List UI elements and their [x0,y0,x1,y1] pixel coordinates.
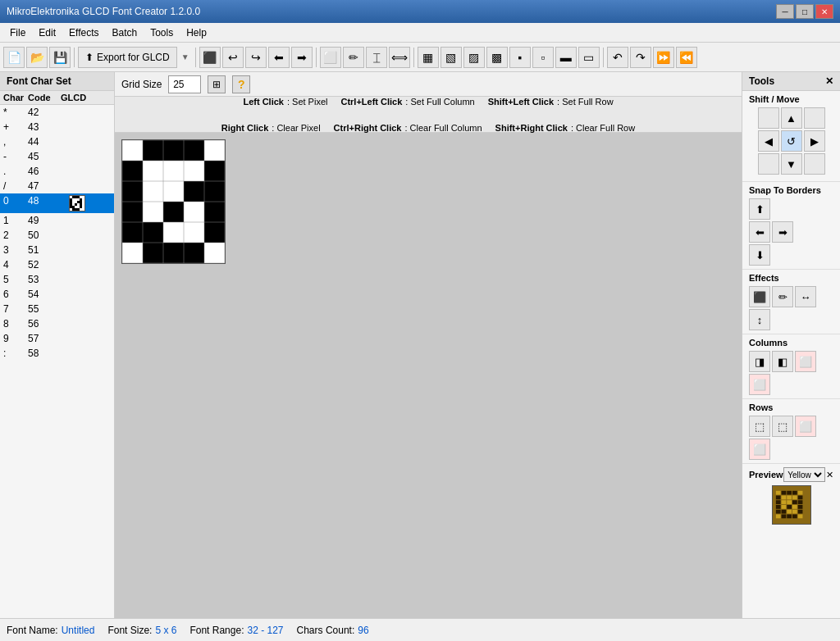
glcd-cell-51 [61,244,94,256]
char-list[interactable]: *42+43,44-45.46/470481492503514525536547… [0,105,114,618]
char-row-43[interactable]: +43 [0,120,114,134]
tb-tool-9[interactable]: ⟺ [389,47,410,68]
pixel-grid-canvas[interactable] [121,139,226,264]
tb-tool-16[interactable]: ▬ [555,47,577,68]
open-button[interactable]: 📂 [26,47,48,68]
shift-up-button[interactable]: ▲ [781,107,802,129]
char-row-50[interactable]: 250 [0,228,114,243]
tb-tool-15[interactable]: ▫ [532,47,554,68]
char-row-44[interactable]: ,44 [0,134,114,149]
char-row-46[interactable]: .46 [0,164,114,179]
glcd-cell-44 [61,136,94,148]
tools-header: Tools ✕ [742,72,840,91]
menu-tools[interactable]: Tools [144,25,180,40]
effect-flip-h-button[interactable]: ↔ [795,286,816,307]
menu-batch[interactable]: Batch [106,25,144,40]
effect-flip-v-button[interactable]: ↕ [749,309,770,330]
menu-help[interactable]: Help [180,25,213,40]
char-row-56[interactable]: 856 [0,316,114,331]
export-arrow[interactable]: ▼ [179,47,192,68]
shift-center-button[interactable]: ↺ [781,130,802,152]
left-click-value: : Set Pixel [287,97,328,107]
effect-invert-button[interactable]: ⬛ [749,286,770,307]
grid-toggle-button[interactable]: ⊞ [208,75,226,93]
char-row-42[interactable]: *42 [0,105,114,120]
tb-tool-5[interactable]: ➡ [291,47,313,68]
status-font-range: Font Range: 32 - 127 [189,625,283,636]
glcd-cell-43 [61,121,94,133]
char-row-49[interactable]: 149 [0,213,114,228]
tb-tool-17[interactable]: ▭ [578,47,600,68]
tb-tool-14[interactable]: ▪ [509,47,531,68]
tb-tool-6[interactable]: ⬜ [320,47,341,68]
tools-close-button[interactable]: ✕ [825,75,833,87]
char-cell-43: + [3,121,28,133]
preview-close-button[interactable]: ✕ [826,470,833,480]
tb-tool-19[interactable]: ↷ [630,47,651,68]
snap-top-button[interactable]: ⬆ [749,198,770,220]
char-row-47[interactable]: /47 [0,179,114,193]
export-button[interactable]: ⬆ Export for GLCD [78,47,177,68]
tb-tool-1[interactable]: ⬛ [199,47,221,68]
right-click-key: Right Click [221,123,268,133]
save-button[interactable]: 💾 [49,47,71,68]
col-del-right-button[interactable]: ⬜ [749,374,770,395]
snap-bottom-button[interactable]: ⬇ [749,244,770,266]
tb-tool-2[interactable]: ↩ [222,47,244,68]
maximize-button[interactable]: □ [796,4,814,19]
char-row-45[interactable]: -45 [0,149,114,164]
tb-tool-3[interactable]: ↪ [245,47,267,68]
row-del-top-button[interactable]: ⬜ [795,416,816,437]
char-row-55[interactable]: 755 [0,302,114,316]
row-add-bottom-button[interactable]: ⬚ [772,416,793,437]
char-row-57[interactable]: 957 [0,331,114,346]
tools-title: Tools [749,75,774,87]
grid-size-input[interactable] [168,75,201,93]
minimize-button[interactable]: ─ [776,4,794,19]
effect-pencil-button[interactable]: ✏ [772,286,793,307]
row-del-bottom-button[interactable]: ⬜ [749,439,770,460]
tb-tool-18[interactable]: ↶ [607,47,628,68]
tb-tool-10[interactable]: ▦ [418,47,439,68]
tb-tool-13[interactable]: ▩ [486,47,508,68]
char-cell-46: . [3,166,28,177]
col-del-left-button[interactable]: ⬜ [795,351,816,372]
title-controls: ─ □ ✕ [776,4,833,19]
tb-tool-4[interactable]: ⬅ [268,47,290,68]
tb-tool-8[interactable]: ⌶ [366,47,387,68]
snap-right-button[interactable]: ➡ [772,221,793,243]
char-row-53[interactable]: 553 [0,272,114,287]
new-button[interactable]: 📄 [3,47,25,68]
snap-left-button[interactable]: ⬅ [749,221,770,243]
char-cell-54: 6 [3,289,28,300]
code-cell-42: 42 [28,107,61,118]
char-row-48[interactable]: 048 [0,193,114,213]
preview-theme-select[interactable]: Yellow Blue Green Red [783,467,825,482]
tb-tool-21[interactable]: ⏪ [676,47,697,68]
col-add-left-button[interactable]: ◨ [749,351,770,372]
shift-left-button[interactable]: ◀ [758,130,779,152]
close-button[interactable]: ✕ [815,4,833,19]
grid-help-button[interactable]: ? [232,75,250,93]
columns-section: Columns ◨ ◧ ⬜ ⬜ [742,334,840,399]
status-bar: Font Name: Untitled Font Size: 5 x 6 Fon… [0,618,840,641]
char-row-51[interactable]: 351 [0,243,114,257]
tb-tool-7[interactable]: ✏ [343,47,364,68]
shift-right-button[interactable]: ▶ [804,130,825,152]
char-row-54[interactable]: 654 [0,287,114,302]
menu-effects[interactable]: Effects [62,25,105,40]
tb-tool-11[interactable]: ▧ [441,47,462,68]
shift-down-button[interactable]: ▼ [781,153,802,175]
rows-grid: ⬚ ⬚ ⬜ ⬜ [749,416,833,460]
char-row-52[interactable]: 452 [0,257,114,272]
tb-tool-12[interactable]: ▨ [463,47,485,68]
snap-borders-section: Snap To Borders ⬆ ⬅ ➡ ⬇ [742,182,840,270]
menu-file[interactable]: File [3,25,32,40]
canvas-area[interactable] [115,133,742,618]
menu-edit[interactable]: Edit [32,25,62,40]
row-add-top-button[interactable]: ⬚ [749,416,770,437]
glcd-cell-58 [61,348,94,359]
char-row-58[interactable]: :58 [0,346,114,361]
col-add-right-button[interactable]: ◧ [772,351,793,372]
tb-tool-20[interactable]: ⏩ [653,47,674,68]
